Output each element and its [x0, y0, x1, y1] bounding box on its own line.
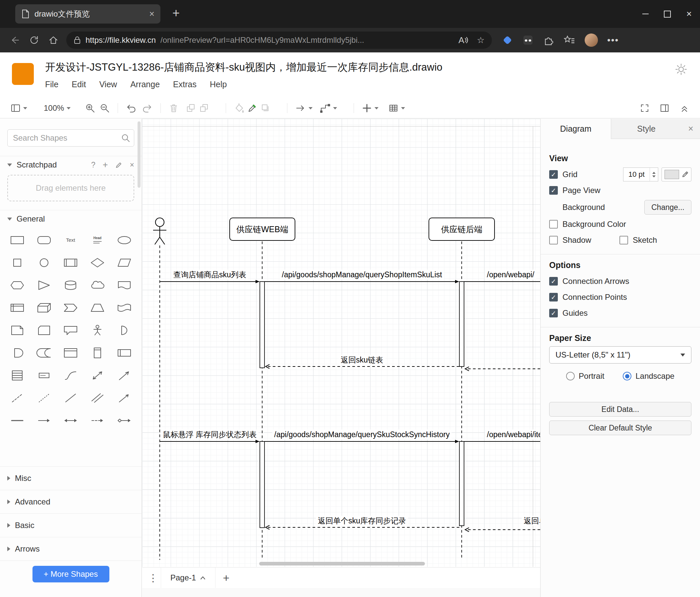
- to-back-button[interactable]: [199, 101, 209, 115]
- more-shapes-button[interactable]: + More Shapes: [32, 566, 109, 582]
- scratchpad-add-icon[interactable]: +: [103, 160, 108, 170]
- to-front-button[interactable]: [186, 101, 196, 115]
- landscape-radio[interactable]: [623, 372, 631, 380]
- shape-parallelogram[interactable]: [111, 252, 138, 274]
- clear-default-style-button[interactable]: Clear Default Style: [549, 421, 691, 435]
- shape-dashed-line[interactable]: [4, 387, 31, 409]
- menu-edit[interactable]: Edit: [72, 79, 86, 89]
- shape-card[interactable]: [31, 319, 58, 342]
- waypoint-style-button[interactable]: [320, 101, 337, 115]
- shape-text[interactable]: Text: [57, 229, 84, 252]
- add-page-button[interactable]: +: [223, 571, 229, 584]
- extension-blue-icon[interactable]: [502, 34, 513, 46]
- extensions-puzzle-icon[interactable]: [543, 34, 554, 46]
- read-aloud-icon[interactable]: A: [458, 35, 468, 45]
- message-label[interactable]: 鼠标悬浮 库存同步状态列表: [161, 430, 258, 439]
- close-button[interactable]: ×: [678, 0, 700, 28]
- scratchpad-header[interactable]: Scratchpad ? + ×: [0, 156, 142, 173]
- shape-list[interactable]: [4, 364, 31, 387]
- minimize-button[interactable]: [634, 0, 656, 28]
- menu-arrange[interactable]: Arrange: [130, 79, 160, 89]
- delete-button[interactable]: [169, 101, 179, 115]
- tab-close-icon[interactable]: ×: [149, 9, 154, 19]
- shape-diagonal-arrow[interactable]: [111, 364, 138, 387]
- participant-web[interactable]: 供应链WEB端: [229, 218, 295, 241]
- guides-checkbox[interactable]: [549, 309, 558, 317]
- shape-line[interactable]: [57, 387, 84, 409]
- shape-horizontal-pool[interactable]: [111, 342, 138, 364]
- shape-square[interactable]: [4, 252, 31, 274]
- return-label[interactable]: 返回单个sku库存同步记录: [522, 516, 540, 526]
- change-background-button[interactable]: Change...: [644, 200, 691, 215]
- page-tab[interactable]: Page-1: [161, 568, 216, 588]
- browser-menu-icon[interactable]: •••: [607, 35, 619, 45]
- redo-button[interactable]: [142, 101, 152, 115]
- shape-hexagon[interactable]: [4, 274, 31, 296]
- shape-or[interactable]: [111, 319, 138, 342]
- lifelines[interactable]: [160, 241, 462, 560]
- shape-callout[interactable]: [57, 319, 84, 342]
- maximize-button[interactable]: [656, 0, 678, 28]
- shape-ellipse[interactable]: [111, 229, 138, 252]
- participant-backend[interactable]: 供应链后端: [429, 218, 495, 241]
- shape-trapezoid[interactable]: [84, 296, 111, 319]
- sidebar-section-misc[interactable]: Misc: [0, 466, 142, 490]
- message-label[interactable]: /api/goods/shopManage/queryShopItemSkuLi…: [280, 270, 444, 280]
- message-label[interactable]: 查询店铺商品sku列表: [171, 270, 248, 280]
- menu-help[interactable]: Help: [210, 79, 227, 89]
- shape-rounded-rectangle[interactable]: [31, 229, 58, 252]
- format-panel-toggle-button[interactable]: [659, 101, 670, 115]
- profile-avatar[interactable]: [585, 33, 598, 47]
- scratchpad-edit-icon[interactable]: [115, 161, 123, 168]
- message-label[interactable]: /open/webapi/item: [485, 430, 540, 439]
- theme-toggle-sun-icon[interactable]: [675, 63, 688, 77]
- shape-process[interactable]: [57, 252, 84, 274]
- message-label[interactable]: /open/webapi/: [485, 270, 536, 280]
- favorite-star-icon[interactable]: ☆: [477, 35, 484, 45]
- zoom-dropdown[interactable]: 100%: [44, 101, 71, 115]
- grid-color-button[interactable]: [661, 167, 691, 182]
- shape-double-line[interactable]: [84, 387, 111, 409]
- shape-diamond[interactable]: [84, 252, 111, 274]
- shape-cloud[interactable]: [84, 274, 111, 296]
- grid-checkbox[interactable]: [549, 170, 558, 179]
- new-tab-button[interactable]: +: [172, 6, 180, 20]
- page-view-mode-button[interactable]: [10, 101, 27, 115]
- refresh-button[interactable]: [28, 34, 41, 46]
- shape-container[interactable]: [57, 342, 84, 364]
- menu-view[interactable]: View: [99, 79, 117, 89]
- shape-rectangle[interactable]: [4, 229, 31, 252]
- url-field[interactable]: https://file.kkview.cn /onlinePreview?ur…: [66, 31, 492, 49]
- paper-size-select[interactable]: US-Letter (8,5" x 11"): [549, 346, 691, 363]
- message-label[interactable]: /api/goods/shopManage/querySkuStockSyncH…: [272, 430, 451, 439]
- shape-dotted-line[interactable]: [31, 387, 58, 409]
- extension-dark-icon[interactable]: [522, 34, 534, 46]
- shape-actor[interactable]: [84, 319, 111, 342]
- shape-cylinder[interactable]: [57, 274, 84, 296]
- sidebar-section-basic[interactable]: Basic: [0, 514, 142, 537]
- portrait-radio[interactable]: [566, 372, 575, 380]
- shape-curve[interactable]: [57, 364, 84, 387]
- edit-data-button[interactable]: Edit Data...: [549, 402, 691, 416]
- shadow-button[interactable]: [260, 101, 271, 115]
- shape-step[interactable]: [57, 296, 84, 319]
- diagram-canvas[interactable]: 供应链WEB端 供应链后端 查询店铺商品sku列表 /api/goods/sho…: [142, 119, 540, 567]
- pages-menu-icon[interactable]: ⋮: [146, 572, 161, 584]
- tab-diagram[interactable]: Diagram: [541, 119, 611, 139]
- page-view-checkbox[interactable]: [549, 186, 558, 195]
- shape-document[interactable]: [111, 274, 138, 296]
- fill-color-button[interactable]: [234, 101, 244, 115]
- activation-bars[interactable]: [260, 282, 464, 528]
- scratchpad-close-icon[interactable]: ×: [130, 161, 134, 169]
- general-section-header[interactable]: General: [0, 210, 142, 228]
- collapse-button[interactable]: [679, 101, 690, 115]
- menu-extras[interactable]: Extras: [173, 79, 197, 89]
- back-button[interactable]: [9, 34, 21, 46]
- insert-button[interactable]: [362, 101, 378, 115]
- shape-tape[interactable]: [111, 296, 138, 319]
- browser-tab[interactable]: drawio文件预览 ×: [15, 4, 160, 24]
- shape-diamond-link[interactable]: [111, 409, 138, 432]
- shape-vertical-container[interactable]: [84, 342, 111, 364]
- panel-close-icon[interactable]: ×: [681, 124, 700, 134]
- undo-button[interactable]: [126, 101, 136, 115]
